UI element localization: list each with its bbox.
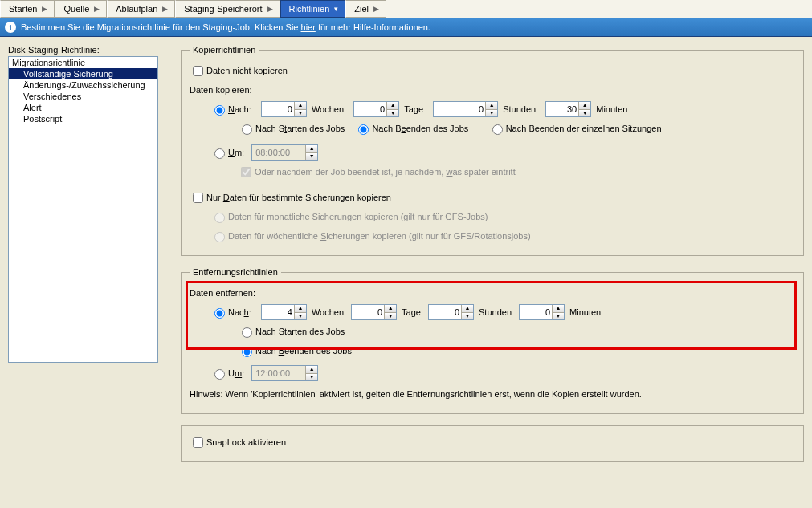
input-purge-minutes[interactable] — [520, 305, 552, 319]
fieldset-purge-policies: Entfernungsrichtlinien Daten entfernen: … — [181, 267, 804, 414]
spin-copy-weeks[interactable]: ▲▼ — [261, 101, 307, 117]
tab-label: Starten — [9, 4, 37, 14]
chevron-right-icon: ▶ — [162, 5, 168, 13]
spin-up-icon[interactable]: ▲ — [385, 305, 396, 313]
label-minutes: Minuten — [569, 307, 601, 317]
spin-up-icon[interactable]: ▲ — [306, 145, 317, 153]
spin-up-icon[interactable]: ▲ — [553, 305, 564, 313]
spin-down-icon[interactable]: ▼ — [462, 313, 473, 320]
tree-root[interactable]: Migrationsrichtlinie — [9, 57, 157, 68]
tab-label: Ablaufplan — [116, 4, 157, 14]
tree-item-alert[interactable]: Alert — [9, 102, 157, 113]
label-purge-after-end: Nach Beenden des Jobs — [255, 346, 352, 356]
spin-up-icon[interactable]: ▲ — [486, 102, 497, 110]
left-panel-label: Disk-Staging-Richtlinie: — [8, 45, 165, 55]
radio-after-job-end[interactable] — [358, 124, 369, 135]
tab-quelle[interactable]: Quelle ▶ — [55, 0, 107, 18]
spin-up-icon[interactable]: ▲ — [306, 366, 317, 374]
input-copy-days[interactable] — [354, 102, 386, 116]
tree-item-postscript[interactable]: Postscript — [9, 113, 157, 124]
spin-down-icon[interactable]: ▼ — [295, 313, 306, 320]
label-purge-at: Um: — [228, 368, 244, 378]
tree-item-full-backup[interactable]: Vollständige Sicherung — [9, 68, 157, 79]
spin-purge-days[interactable]: ▲▼ — [351, 304, 397, 320]
wizard-tabbar: Starten ▶ Quelle ▶ Ablaufplan ▶ Staging-… — [0, 0, 812, 18]
legend-purge: Entfernungsrichtlinien — [190, 267, 281, 277]
radio-after-sessions[interactable] — [492, 124, 503, 135]
spin-copy-minutes[interactable]: ▲▼ — [545, 101, 591, 117]
legend-copy: Kopierrichtlinien — [190, 45, 259, 55]
spin-copy-days[interactable]: ▲▼ — [353, 101, 399, 117]
label-minutes: Minuten — [596, 104, 627, 114]
spin-copy-at-time[interactable]: ▲▼ — [251, 144, 318, 161]
purge-hint: Hinweis: Wenn 'Kopierrichtlinien' aktivi… — [190, 386, 795, 402]
spin-down-icon[interactable]: ▼ — [295, 110, 306, 117]
label-days: Tage — [404, 104, 423, 114]
radio-copy-at[interactable] — [214, 148, 225, 159]
tab-starten[interactable]: Starten ▶ — [0, 0, 55, 18]
tab-ziel[interactable]: Ziel ▶ — [345, 0, 386, 18]
tree-item-incremental[interactable]: Änderungs-/Zuwachssicherung — [9, 79, 157, 91]
label-or-after-job: Oder nachdem der Job beendet ist, je nac… — [255, 167, 516, 177]
tab-label: Quelle — [63, 4, 89, 14]
radio-after-job-start[interactable] — [242, 124, 252, 135]
tree-item-misc[interactable]: Verschiedenes — [9, 91, 157, 102]
input-purge-hours[interactable] — [429, 305, 461, 319]
chevron-right-icon: ▶ — [267, 5, 273, 13]
tab-label: Staging-Speicherort — [184, 4, 262, 14]
input-purge-at-time[interactable] — [252, 366, 305, 380]
label-weekly: Daten für wöchentliche Sicherungen kopie… — [228, 231, 531, 241]
checkbox-dont-copy[interactable] — [193, 66, 203, 76]
checkbox-snaplock[interactable] — [193, 437, 203, 448]
spin-up-icon[interactable]: ▲ — [462, 305, 473, 313]
spin-down-icon[interactable]: ▼ — [553, 313, 564, 320]
info-bar: i Bestimmen Sie die Migrationsrichtlinie… — [0, 18, 812, 37]
info-text-prefix: Bestimmen Sie die Migrationsrichtlinie f… — [21, 22, 298, 32]
tab-staging-speicherort[interactable]: Staging-Speicherort ▶ — [175, 0, 280, 18]
spin-purge-minutes[interactable]: ▲▼ — [519, 304, 565, 320]
spin-up-icon[interactable]: ▲ — [387, 102, 398, 110]
chevron-right-icon: ▶ — [42, 5, 47, 13]
spin-down-icon[interactable]: ▼ — [306, 153, 317, 161]
spin-down-icon[interactable]: ▼ — [579, 110, 590, 117]
policy-tree[interactable]: Migrationsrichtlinie Vollständige Sicher… — [8, 56, 158, 363]
radio-copy-after[interactable] — [214, 105, 225, 116]
radio-purge-after-end[interactable] — [242, 347, 252, 357]
spin-copy-hours[interactable]: ▲▼ — [433, 101, 498, 117]
input-copy-weeks[interactable] — [262, 102, 294, 116]
spin-down-icon[interactable]: ▼ — [385, 313, 396, 320]
spin-purge-weeks[interactable]: ▲▼ — [261, 304, 307, 320]
spin-purge-at-time[interactable]: ▲▼ — [251, 365, 318, 381]
input-copy-minutes[interactable] — [546, 102, 578, 116]
radio-purge-after[interactable] — [214, 308, 225, 319]
label-after-sessions: Nach Beenden der einzelnen Sitzungen — [506, 124, 662, 133]
label-after-job-start: Nach Starten des Jobs — [255, 124, 345, 133]
label-purge-after: Nach: — [228, 307, 251, 317]
fieldset-copy-policies: Kopierrichtlinien Daten nicht kopieren D… — [181, 45, 804, 256]
spin-up-icon[interactable]: ▲ — [295, 102, 306, 110]
input-copy-at-time[interactable] — [252, 145, 305, 160]
radio-purge-at[interactable] — [214, 369, 225, 380]
tab-ablaufplan[interactable]: Ablaufplan ▶ — [107, 0, 175, 18]
input-purge-days[interactable] — [352, 305, 384, 319]
spin-down-icon[interactable]: ▼ — [306, 374, 317, 381]
label-monthly: Daten für monatliche Sicherungen kopiere… — [228, 212, 488, 221]
info-help-link[interactable]: hier — [301, 22, 316, 32]
tab-richtlinien[interactable]: Richtlinien ▾ — [280, 0, 346, 18]
chevron-right-icon: ▶ — [373, 5, 379, 13]
label-weeks: Wochen — [312, 307, 344, 317]
radio-purge-after-start[interactable] — [242, 327, 252, 338]
input-copy-hours[interactable] — [434, 102, 485, 116]
spin-down-icon[interactable]: ▼ — [486, 110, 497, 117]
spin-up-icon[interactable]: ▲ — [579, 102, 590, 110]
chevron-down-icon: ▾ — [334, 5, 338, 13]
label-only-specific: Nur Daten für bestimmte Sicherungen kopi… — [206, 193, 391, 202]
label-weeks: Wochen — [312, 104, 344, 114]
spin-down-icon[interactable]: ▼ — [387, 110, 398, 117]
tab-label: Richtlinien — [289, 4, 330, 14]
spin-up-icon[interactable]: ▲ — [295, 305, 306, 313]
checkbox-only-specific[interactable] — [193, 193, 203, 203]
label-copy-after: Nach: — [228, 104, 251, 114]
input-purge-weeks[interactable] — [262, 305, 294, 319]
spin-purge-hours[interactable]: ▲▼ — [428, 304, 474, 320]
